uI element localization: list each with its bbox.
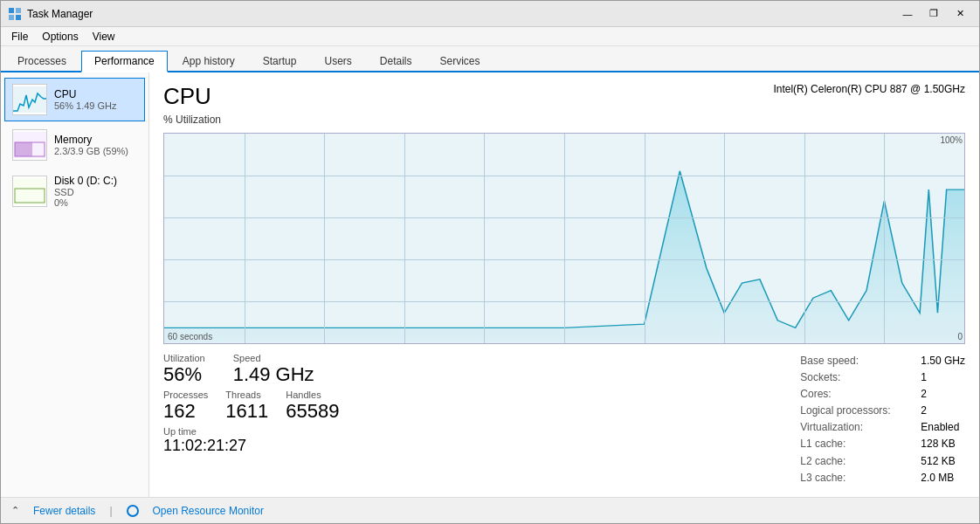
disk-detail2: 0% xyxy=(54,197,117,208)
disk-thumbnail xyxy=(12,176,47,207)
menu-bar: File Options View xyxy=(1,27,979,46)
tab-bar: Processes Performance App history Startu… xyxy=(1,46,979,72)
tab-app-history[interactable]: App history xyxy=(169,51,248,71)
spec-l3: L3 cache: 2.0 MB xyxy=(800,470,965,486)
content-area: CPU 56% 1.49 GHz Memory 2.3/3.9 GB (59%) xyxy=(1,72,979,497)
memory-detail: 2.3/3.9 GB (59%) xyxy=(54,146,128,156)
sidebar-item-memory[interactable]: Memory 2.3/3.9 GB (59%) xyxy=(4,123,145,167)
tab-startup[interactable]: Startup xyxy=(250,51,310,71)
spec-val-sockets: 1 xyxy=(921,369,927,386)
spec-key-sockets: Sockets: xyxy=(800,369,914,386)
utilization-label: % Utilization xyxy=(163,114,221,126)
spec-key-logical: Logical processors: xyxy=(800,403,914,419)
cpu-detail: 56% 1.49 GHz xyxy=(54,100,117,111)
cpu-label: CPU xyxy=(54,88,117,100)
svg-rect-1 xyxy=(16,8,21,13)
spec-l1: L1 cache: 128 KB xyxy=(800,436,965,452)
speed-stat-value: 1.49 GHz xyxy=(233,363,314,386)
menu-view[interactable]: View xyxy=(86,29,122,45)
processor-info: Intel(R) Celeron(R) CPU 887 @ 1.50GHz xyxy=(773,83,965,95)
chart-label-0: 0 xyxy=(957,332,963,341)
svg-rect-2 xyxy=(9,15,14,20)
menu-options[interactable]: Options xyxy=(35,29,85,45)
memory-info: Memory 2.3/3.9 GB (59%) xyxy=(54,134,128,156)
spec-val-logical: 2 xyxy=(921,403,927,419)
tab-performance[interactable]: Performance xyxy=(81,51,168,72)
footer-separator: | xyxy=(109,505,112,517)
tab-details[interactable]: Details xyxy=(367,51,425,71)
spec-logical-processors: Logical processors: 2 xyxy=(800,403,965,419)
resource-monitor-link[interactable]: Open Resource Monitor xyxy=(153,505,264,517)
sidebar: CPU 56% 1.49 GHz Memory 2.3/3.9 GB (59%) xyxy=(1,72,149,497)
maximize-button[interactable]: ❐ xyxy=(921,4,946,24)
spec-val-l3: 2.0 MB xyxy=(921,470,954,486)
processes-label: Processes xyxy=(163,390,208,400)
footer-bar: ⌃ Fewer details | Open Resource Monitor xyxy=(1,497,979,523)
uptime-label: Up time xyxy=(163,426,340,437)
chart-label-60s: 60 seconds xyxy=(168,332,212,341)
fewer-details-link[interactable]: Fewer details xyxy=(33,505,95,517)
stat-threads: Threads 1611 xyxy=(225,390,268,423)
close-button[interactable]: ✕ xyxy=(948,4,972,24)
speed-stat-label: Speed xyxy=(233,353,314,363)
spec-sockets: Sockets: 1 xyxy=(800,369,965,386)
spec-cores: Cores: 2 xyxy=(800,386,965,403)
cpu-info: CPU 56% 1.49 GHz xyxy=(54,88,117,111)
handles-label: Handles xyxy=(286,390,339,400)
grid-v-3 xyxy=(404,134,405,343)
grid-v-2 xyxy=(324,134,325,343)
disk-detail1: SSD xyxy=(54,187,117,197)
title-bar: Task Manager — ❐ ✕ xyxy=(1,1,979,27)
stat-utilization: Utilization 56% xyxy=(163,353,205,386)
panel-title-block: CPU % Utilization xyxy=(163,83,221,126)
spec-val-l2: 512 KB xyxy=(921,453,955,470)
utilization-stat-label: Utilization xyxy=(163,353,205,363)
sidebar-item-disk[interactable]: Disk 0 (D: C:) SSD 0% xyxy=(4,169,145,214)
disk-label: Disk 0 (D: C:) xyxy=(54,175,117,187)
spec-val-virt: Enabled xyxy=(921,419,959,436)
svg-rect-3 xyxy=(16,15,21,20)
spec-val-l1: 128 KB xyxy=(921,436,955,452)
stats-left: Utilization 56% Speed 1.49 GHz Processes… xyxy=(163,353,340,487)
tab-users[interactable]: Users xyxy=(311,51,364,71)
svg-rect-10 xyxy=(15,202,16,203)
minimize-button[interactable]: — xyxy=(895,4,920,24)
spec-key-l3: L3 cache: xyxy=(800,470,914,486)
threads-value: 1611 xyxy=(225,400,268,423)
stats-row-1: Utilization 56% Speed 1.49 GHz xyxy=(163,353,340,386)
grid-v-1 xyxy=(245,134,245,343)
menu-file[interactable]: File xyxy=(4,29,35,45)
stat-uptime-block: Up time 11:02:21:27 xyxy=(163,426,340,456)
panel-title: CPU xyxy=(163,83,221,110)
svg-rect-8 xyxy=(13,178,46,204)
tab-processes[interactable]: Processes xyxy=(4,51,79,71)
uptime-value: 11:02:21:27 xyxy=(163,437,340,456)
app-icon xyxy=(8,7,22,21)
resource-monitor-icon xyxy=(127,505,139,517)
spec-val-base-speed: 1.50 GHz xyxy=(921,353,965,369)
spec-base-speed: Base speed: 1.50 GHz xyxy=(800,353,965,369)
stats-row-2: Processes 162 Threads 1611 Handles 65589 xyxy=(163,390,340,423)
spec-virtualization: Virtualization: Enabled xyxy=(800,419,965,436)
spec-key-l1: L1 cache: xyxy=(800,436,914,452)
specs-table: Base speed: 1.50 GHz Sockets: 1 Cores: 2… xyxy=(800,353,965,487)
memory-label: Memory xyxy=(54,134,128,146)
sidebar-item-cpu[interactable]: CPU 56% 1.49 GHz xyxy=(4,78,145,121)
tab-services[interactable]: Services xyxy=(427,51,493,71)
processes-value: 162 xyxy=(163,400,208,423)
spec-key-cores: Cores: xyxy=(800,386,914,403)
spec-val-cores: 2 xyxy=(921,386,927,403)
grid-v-9 xyxy=(884,134,885,343)
cpu-chart: 100% 0 60 seconds xyxy=(163,133,965,344)
handles-value: 65589 xyxy=(286,400,339,423)
utilization-stat-value: 56% xyxy=(163,363,205,386)
processor-name: Intel(R) Celeron(R) CPU 887 @ 1.50GHz xyxy=(773,83,965,95)
title-bar-left: Task Manager xyxy=(8,7,93,21)
stat-processes: Processes 162 xyxy=(163,390,208,423)
spec-key-virt: Virtualization: xyxy=(800,419,914,436)
spec-key-l2: L2 cache: xyxy=(800,453,914,470)
window-controls: — ❐ ✕ xyxy=(895,4,972,24)
threads-label: Threads xyxy=(225,390,268,400)
disk-info: Disk 0 (D: C:) SSD 0% xyxy=(54,175,117,208)
grid-v-6 xyxy=(645,134,645,343)
